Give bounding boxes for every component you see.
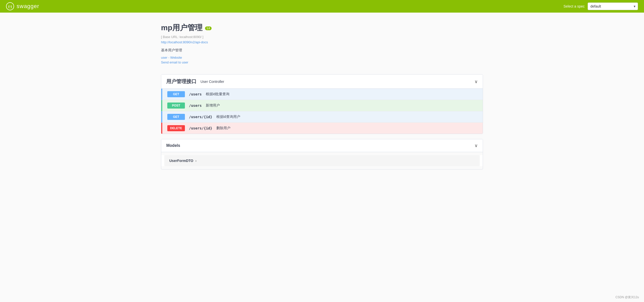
logo: {-} swagger <box>6 2 39 10</box>
endpoint-row[interactable]: DELETE /users/{id} 删除用户 <box>161 123 483 134</box>
endpoint-desc: 根据id批量查询 <box>206 92 230 96</box>
controller-title: 用户管理接口 <box>166 78 196 85</box>
spec-select[interactable]: default <box>588 3 638 10</box>
model-arrow-icon: › <box>195 159 196 163</box>
endpoint-path: /users <box>189 92 202 96</box>
model-name: UserFormDTO <box>169 159 193 163</box>
endpoint-path: /users/{id} <box>189 115 212 119</box>
model-item[interactable]: UserFormDTO › <box>164 155 480 166</box>
api-title-row: mp用户管理 1.0 <box>161 23 483 33</box>
endpoint-desc: 新增用户 <box>206 103 220 108</box>
api-title: mp用户管理 <box>161 23 203 33</box>
endpoint-row[interactable]: GET /users/{id} 根据id查询用户 <box>161 111 483 123</box>
swagger-logo-text: swagger <box>17 3 39 10</box>
api-version-badge: 1.0 <box>205 26 212 30</box>
method-badge-get: GET <box>167 114 185 120</box>
spec-selector-area: Select a spec default <box>564 3 638 10</box>
main-content: mp用户管理 1.0 [ Base URL: localhost:8090/ ]… <box>146 13 498 180</box>
header: {-} swagger Select a spec default <box>0 0 644 13</box>
controller-section: 用户管理接口 User Controller ∨ GET /users 根据id… <box>161 74 483 134</box>
api-description: 基本用户管理 <box>161 48 483 53</box>
method-badge-delete: DELETE <box>167 125 185 131</box>
user-website-link[interactable]: user - Website <box>161 56 483 59</box>
controller-header[interactable]: 用户管理接口 User Controller ∨ <box>161 75 483 89</box>
endpoint-desc: 删除用户 <box>216 126 230 130</box>
endpoint-row[interactable]: POST /users 新增用户 <box>161 100 483 111</box>
method-badge-post: POST <box>167 103 185 109</box>
controller-subtitle: User Controller <box>200 80 224 84</box>
models-section: Models ∨ UserFormDTO › <box>161 139 483 170</box>
api-docs-link[interactable]: http://localhost:8090/v2/api-docs <box>161 40 483 44</box>
endpoint-path: /users/{id} <box>189 126 212 130</box>
endpoint-desc: 根据id查询用户 <box>216 115 240 119</box>
models-body: UserFormDTO › <box>161 155 483 166</box>
api-links: user - Website Send email to user <box>161 56 483 64</box>
spec-label: Select a spec <box>564 4 585 8</box>
controller-header-left: 用户管理接口 User Controller <box>166 78 224 85</box>
endpoint-list: GET /users 根据id批量查询 POST /users 新增用户 GET… <box>161 89 483 134</box>
models-header[interactable]: Models ∨ <box>161 139 483 152</box>
swagger-logo-icon: {-} <box>6 2 14 10</box>
endpoint-path: /users <box>189 104 202 108</box>
endpoint-row[interactable]: GET /users 根据id批量查询 <box>161 89 483 100</box>
method-badge-get: GET <box>167 91 185 97</box>
spec-select-wrapper: default <box>588 3 638 10</box>
send-email-link[interactable]: Send email to user <box>161 60 483 64</box>
models-chevron-icon: ∨ <box>474 143 478 148</box>
api-base-url: [ Base URL: localhost:8090/ ] <box>161 35 483 39</box>
api-info: mp用户管理 1.0 [ Base URL: localhost:8090/ ]… <box>161 23 483 64</box>
controller-chevron-icon: ∨ <box>474 79 478 84</box>
models-title: Models <box>166 143 180 148</box>
